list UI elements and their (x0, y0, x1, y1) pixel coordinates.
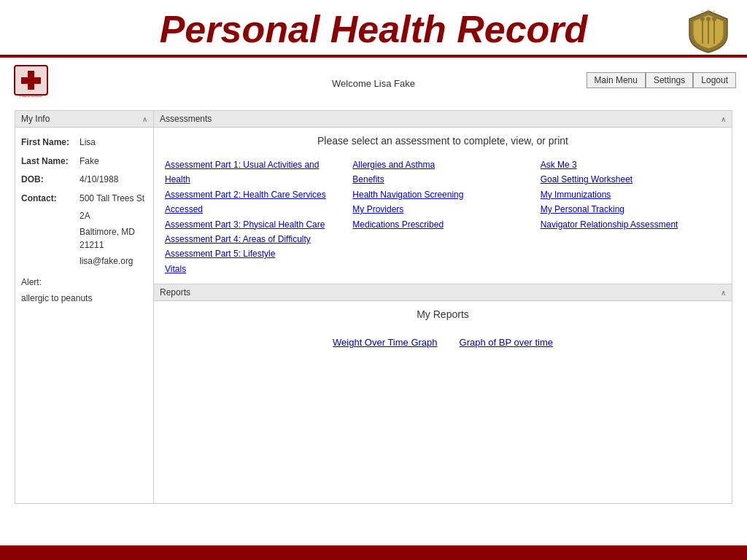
assessment-link-2[interactable]: Assessment Part 2: Health Care Services … (165, 187, 345, 217)
subheader: Pacific Clinics Welcome Lisa Fake Main M… (0, 58, 747, 103)
alert-section: Alert: allergic to peanuts (21, 275, 147, 306)
assessment-link-immunizations[interactable]: My Immunizations (541, 187, 721, 202)
logo-area (685, 7, 732, 55)
dob-row: DOB: 4/10/1988 (21, 172, 147, 188)
page-header: Personal Health Record (0, 0, 747, 58)
main-content: My Info ∧ First Name: Lisa Last Name: Fa… (15, 110, 732, 504)
assessment-link-1[interactable]: Assessment Part 1: Usual Activities and … (165, 158, 345, 187)
first-name-value: Lisa (80, 135, 96, 151)
my-info-label: My Info (21, 114, 50, 124)
my-info-content: First Name: Lisa Last Name: Fake DOB: 4/… (15, 128, 153, 314)
assessment-link-allergies[interactable]: Allergies and Asthma (352, 158, 533, 172)
assessment-link-personal-tracking[interactable]: My Personal Tracking (541, 202, 721, 217)
alert-label: Alert: (21, 275, 147, 291)
my-info-caret: ∧ (142, 115, 147, 123)
svg-point-4 (706, 17, 711, 21)
reports-title: My Reports (165, 308, 721, 320)
page-title: Personal Health Record (15, 7, 732, 51)
address-line1: 500 Tall Trees St (80, 191, 144, 207)
pacific-clinics-logo: Pacific Clinics (11, 62, 51, 98)
dob-value: 4/10/1988 (80, 172, 118, 188)
reports-caret: ∧ (721, 289, 726, 297)
assessment-link-goal-setting[interactable]: Goal Setting Worksheet (541, 172, 721, 187)
assessments-content: Please select an assessment to complete,… (154, 128, 732, 284)
dob-label: DOB: (21, 172, 80, 188)
svg-point-5 (712, 17, 716, 21)
assessment-link-ask-me-3[interactable]: Ask Me 3 (541, 158, 721, 172)
last-name-row: Last Name: Fake (21, 154, 147, 170)
assessment-link-vitals[interactable]: Vitals (165, 262, 345, 276)
assessment-link-medications[interactable]: Medications Prescribed (352, 217, 533, 232)
assessment-link-4[interactable]: Assessment Part 4: Areas of Difficulty (165, 232, 345, 246)
weight-over-time-link[interactable]: Weight Over Time Graph (333, 335, 438, 351)
welcome-text: Welcome Lisa Fake (332, 78, 415, 89)
last-name-value: Fake (80, 154, 99, 170)
assessments-col1: Assessment Part 1: Usual Activities and … (165, 158, 345, 276)
assessment-link-benefits[interactable]: Benefits (352, 172, 533, 187)
assessments-col3: Ask Me 3 Goal Setting Worksheet My Immun… (541, 158, 721, 276)
right-panel: Assessments ∧ Please select an assessmen… (154, 111, 732, 503)
assessments-prompt: Please select an assessment to complete,… (165, 135, 721, 147)
assessments-col2: Allergies and Asthma Benefits Health Nav… (352, 158, 533, 276)
assessments-header: Assessments ∧ (154, 111, 732, 128)
assessment-link-health-nav[interactable]: Health Navigation Screening (352, 187, 533, 202)
first-name-label: First Name: (21, 135, 80, 151)
address-line2: 2A (80, 209, 147, 222)
settings-button[interactable]: Settings (646, 72, 693, 88)
bottom-bar (0, 545, 747, 560)
reports-header: Reports ∧ (154, 284, 732, 301)
assessment-link-5[interactable]: Assessment Part 5: Lifestyle (165, 246, 345, 261)
first-name-row: First Name: Lisa (21, 135, 147, 151)
assessments-section: Assessments ∧ Please select an assessmen… (154, 111, 732, 284)
assessments-label: Assessments (160, 114, 212, 124)
my-info-header: My Info ∧ (15, 111, 153, 128)
reports-label: Reports (160, 287, 190, 298)
left-panel: My Info ∧ First Name: Lisa Last Name: Fa… (15, 111, 154, 503)
contact-row: Contact: 500 Tall Trees St (21, 191, 147, 207)
svg-rect-12 (21, 77, 41, 84)
assessments-caret: ∧ (721, 115, 726, 123)
email-value: lisa@fake.org (80, 254, 147, 268)
reports-section: Reports ∧ My Reports Weight Over Time Gr… (154, 284, 732, 503)
main-menu-button[interactable]: Main Menu (587, 72, 646, 88)
svg-text:Pacific Clinics: Pacific Clinics (20, 93, 42, 98)
bp-over-time-link[interactable]: Graph of BP over time (460, 335, 553, 351)
assessment-link-providers[interactable]: My Providers (352, 202, 533, 217)
svg-point-3 (700, 17, 705, 21)
address-line3: Baltimore, MD 21211 (80, 225, 147, 252)
nav-buttons: Main Menu Settings Logout (587, 72, 736, 88)
clinic-logo-area: Pacific Clinics (11, 62, 51, 98)
assessment-link-navigator[interactable]: Navigator Relationship Assessment (541, 217, 721, 232)
assessment-link-3[interactable]: Assessment Part 3: Physical Health Care (165, 217, 345, 232)
reports-links: Weight Over Time Graph Graph of BP over … (165, 335, 721, 351)
contact-label: Contact: (21, 191, 80, 207)
logout-button[interactable]: Logout (693, 72, 736, 88)
assessments-grid: Assessment Part 1: Usual Activities and … (165, 158, 721, 276)
alert-value: allergic to peanuts (21, 291, 147, 307)
last-name-label: Last Name: (21, 154, 80, 170)
shield-logo (685, 7, 732, 55)
reports-content: My Reports Weight Over Time Graph Graph … (154, 301, 732, 358)
